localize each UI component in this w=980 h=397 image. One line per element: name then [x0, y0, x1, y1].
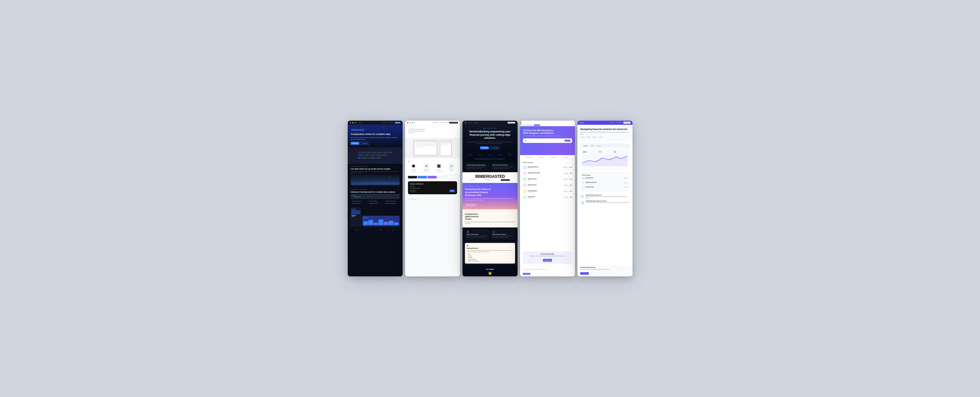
- card3-hero: NEXT GENERATION NextGenBanking empowerin…: [463, 125, 517, 152]
- card4-cta[interactable]: Get started: [523, 273, 531, 275]
- card3-btn2[interactable]: See all pages: [490, 146, 500, 149]
- card3-btn1[interactable]: Get started: [480, 146, 488, 149]
- card4-desc: Find the best jobs for developers, desig…: [523, 135, 572, 137]
- laptop-screen: the luxury of evolution.: [415, 142, 436, 155]
- card1-section2-title: Advanced charting tools for in-depth dat…: [351, 191, 400, 193]
- card3-explore-btn[interactable]: Explore all pages: [465, 203, 476, 206]
- c2-dot-yellow: [410, 122, 411, 123]
- stat-2: Growth +12%: [598, 149, 612, 153]
- card3-bottom-label: the digital: [486, 268, 494, 270]
- dash-content: Total $24.5k Growth +12% Users 1.2k: [581, 148, 629, 170]
- card2-nav: OVERVIEW STYLE GUIDE BUY $FLEX50: [432, 122, 458, 124]
- phone-mockup-1: Dashboard: [351, 208, 361, 226]
- card1-nav-title: Belo: [359, 122, 362, 124]
- mini-card-multicurrency: 💱 Multi-Currency Support Access a divers…: [491, 229, 515, 240]
- card3-pioneering-label: DECENTRALIZED FINANCE: [465, 186, 515, 187]
- card3-logo: N: [465, 122, 466, 124]
- card2-card-mock: MICHAEL ANDREUZZA 9435 9982 2243 9853 94…: [405, 180, 460, 195]
- card3-nav: N Overview Style Guide Buy Now ↗: [463, 121, 517, 125]
- search-icon: 🔍: [525, 140, 527, 142]
- stat-1: Total $24.5k: [582, 149, 597, 153]
- card2-devices: the luxury of evolution.: [405, 138, 460, 159]
- job-info-3: React Developer New York: [528, 178, 562, 181]
- job-item-3[interactable]: React Developer New York Full-time $130k: [523, 176, 572, 182]
- card-jobboard[interactable]: Overview Style Guide Buy Now Job Board f…: [520, 121, 575, 276]
- dash-tab-2[interactable]: Reports: [590, 145, 595, 147]
- c5-nav2: Style Guide: [616, 122, 622, 124]
- fl-text-1: SECURE DIGITAL WALLET Robust options and…: [585, 194, 629, 199]
- card3-nav-desc: Transform the financial landscape with c…: [465, 221, 515, 224]
- card3-nav-style: Style Guide: [485, 179, 490, 181]
- dot-yellow: [352, 122, 353, 123]
- feature-item-2: ✓ Visual Storytelling: [367, 200, 383, 202]
- job-item-2[interactable]: UI Marketing Specialist Remote Contract …: [523, 170, 572, 176]
- card1-topbar: Belo Dashboard Analytics Buy Now: [348, 121, 402, 125]
- activity-3: Product Manager San Francisco Full-time: [582, 186, 628, 189]
- card-defi[interactable]: N Overview Style Guide Buy Now ↗ NEXT GE…: [463, 121, 517, 276]
- card1-code-snippet: function comparative() return data: [351, 194, 400, 199]
- card3-mini-cards: ⚡ Instant Transactions Experience the co…: [463, 227, 517, 241]
- card5-desc: We build a comprehensive suite of financ…: [580, 131, 629, 135]
- card5-features: 💎 SECURE DIGITAL WALLET Robust options a…: [578, 192, 632, 208]
- card-design-system[interactable]: OVERVIEW STYLE GUIDE BUY $FLEX50 ...rue …: [405, 121, 460, 276]
- card5-cta[interactable]: Get started: [580, 272, 589, 275]
- card4-search-btn[interactable]: Search: [565, 140, 570, 142]
- logo-space: SPACE: [355, 229, 359, 230]
- expense-card: Expenses: [362, 216, 400, 226]
- post-job-btn[interactable]: Post a job: [543, 259, 552, 262]
- c2-nav3[interactable]: BUY $FLEX50: [449, 122, 458, 124]
- logo-spotify: Spotify: [379, 229, 382, 230]
- card3-nav-btn[interactable]: Buy Now ↗: [508, 122, 515, 124]
- job-item-6[interactable]: UX Specialist Chicago Contract $95k: [523, 194, 572, 200]
- card4-search[interactable]: 🔍 Search... Search: [523, 138, 572, 143]
- card3-partners: blobble Framer ghost GitHub Notion: [463, 152, 517, 157]
- job-avatar-6: [523, 195, 527, 199]
- card1-nav3[interactable]: Buy Now: [395, 122, 401, 124]
- card5-nav: Finance Overview Style Guide Buy Now: [578, 121, 632, 125]
- card3-nav-flutter[interactable]: Buy Flutterpool: [501, 179, 510, 181]
- feature-item-6: ✓ Interactive Infographics: [384, 203, 400, 204]
- card2-section-label: Fear: [408, 160, 457, 162]
- card3-pioneering: DECENTRALIZED FINANCE Pioneering the fut…: [463, 183, 517, 209]
- card2-footer-label: TALLOW BRUISES: [408, 198, 417, 200]
- card2-hero-desc: ...rue digital experiences whereativity …: [408, 128, 457, 134]
- job-item-5[interactable]: Product Manager San Francisco Full-time …: [523, 188, 572, 194]
- card1-nav2: Analytics: [389, 122, 393, 124]
- card1-hero-desc: More from your analytics with our compar…: [351, 137, 400, 140]
- card2-icon-grid: Circle Pay DX AR ✳ StringMaker DX AR, ap…: [408, 163, 457, 172]
- cards-row: Belo Dashboard Analytics Buy Now Compara…: [348, 121, 633, 276]
- card3-navigating: FINANCIAL FRONTIER Navigating thedigital…: [463, 209, 517, 227]
- card5-title: Navigating financial solutions for tomor…: [580, 128, 629, 130]
- dash-tab-1[interactable]: Analytics: [582, 145, 589, 147]
- c2-dot-green: [412, 122, 413, 123]
- card3-nav-title: Navigating thedigital financialfrontier: [465, 213, 515, 220]
- expense-bars: [363, 219, 398, 225]
- card1-keyboard: [348, 147, 402, 164]
- dash-tab-3[interactable]: Settings: [596, 145, 602, 147]
- card-dashboard[interactable]: Finance Overview Style Guide Buy Now Nav…: [578, 121, 632, 276]
- card5-footer-title: ls come m the source.: [580, 267, 629, 268]
- icon-frame: ⬛ Discover Strategy, Branding: [433, 163, 444, 172]
- card1-btn-secondary[interactable]: Learn more: [360, 142, 369, 145]
- job-item-1[interactable]: Backend Developer Austin, Remote Full-ti…: [523, 164, 572, 170]
- card-analytics[interactable]: Belo Dashboard Analytics Buy Now Compara…: [348, 121, 402, 276]
- card3-label: NEXT GENERATION: [465, 128, 515, 129]
- card4-hero: Job Board for Web Developers, UI/UX Desi…: [520, 126, 575, 155]
- c4-nav3[interactable]: Buy Now: [534, 124, 540, 126]
- card2-topbar: OVERVIEW STYLE GUIDE BUY $FLEX50: [405, 121, 460, 125]
- card3-features-header: SWIFT POWER AND EMPOWER THE NEXT GENERAT…: [463, 157, 517, 161]
- card3-features-label: SWIFT POWER AND EMPOWER THE NEXT GENERAT…: [465, 159, 515, 160]
- card5-nav-links: Overview Style Guide Buy Now: [611, 122, 630, 124]
- card2-icons: Fear Circle Pay DX AR ✳: [405, 159, 460, 174]
- activity-1: Senior Engineer Austin, Remote Full-time: [582, 176, 628, 181]
- job-avatar-2: [523, 172, 527, 175]
- card1-btn-primary[interactable]: Get started: [351, 142, 359, 145]
- job-item-4[interactable]: Stack Developer Remote Part-time $80k: [523, 182, 572, 188]
- c5-nav-btn[interactable]: Buy Now: [624, 122, 630, 124]
- fl-item-1: 💎 SECURE DIGITAL WALLET Robust options a…: [580, 194, 629, 199]
- card3-bbbergasted: BBBERGASTED Overview Style Guide Buy Flu…: [463, 172, 517, 183]
- feature-card-1: Customizable Ordering Options Our platfo…: [465, 162, 489, 171]
- dash-stats: Total $24.5k Growth +12% Users 1.2k: [582, 149, 628, 153]
- job-avatar-4: [523, 183, 527, 187]
- card1-section2-label: The coolest feature: [351, 189, 400, 190]
